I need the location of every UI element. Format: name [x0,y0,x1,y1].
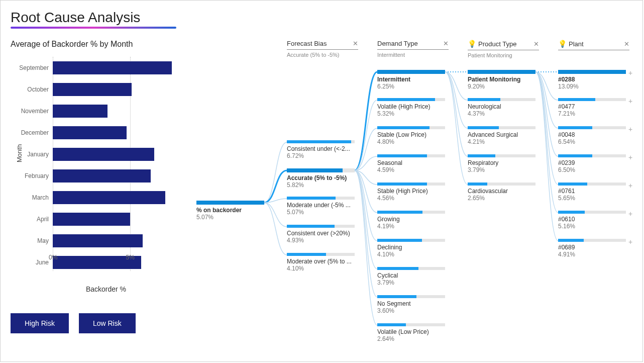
expand-plus-icon[interactable]: + [628,125,632,133]
decomp-column-header[interactable]: Forecast Bias✕ [287,40,358,50]
decomp-node-label: Patient Monitoring [468,76,535,83]
lightbulb-icon: 💡 [468,40,476,48]
decomp-node[interactable]: #00486.54% [558,126,626,145]
expand-plus-icon[interactable]: + [628,153,632,161]
decomp-node[interactable]: Patient Monitoring9.20% [468,70,535,90]
decomp-node-pct: 9.20% [468,83,535,90]
decomp-node[interactable]: Moderate under (-5% ...5.07% [287,197,355,216]
decomp-node[interactable]: Consistent over (>20%)4.93% [287,225,355,244]
x-axis-label: Backorder % [31,285,181,293]
decomp-node[interactable]: Intermittent6.25% [377,70,445,90]
bar-category-label: April [18,216,53,223]
decomp-node-pct: 5.16% [558,223,626,230]
decomp-node[interactable]: Neurological4.37% [468,98,535,117]
expand-plus-icon[interactable]: + [628,97,632,105]
expand-plus-icon[interactable]: + [628,238,632,246]
decomp-node-label: Cardiovascular [468,188,535,195]
decomp-node-pct: 5.65% [558,195,626,202]
expand-plus-icon[interactable]: + [628,210,632,218]
decomp-node-pct: 7.21% [558,110,626,117]
bar-fill [53,213,130,226]
decomp-node[interactable]: Declining4.10% [377,239,445,258]
decomp-node-pct: 4.80% [377,138,445,145]
decomp-node-pct: 6.50% [558,166,626,173]
close-icon[interactable]: ✕ [443,40,449,47]
decomp-node-label: Respiratory [468,159,535,166]
decomp-node-label: Consistent over (>20%) [287,230,355,237]
bar-fill [53,105,108,118]
low-risk-button[interactable]: Low Risk [79,313,136,333]
decomp-node[interactable]: Seasonal4.59% [377,154,445,173]
decomp-node[interactable]: #06894.91% [558,239,626,258]
decomp-node-pct: 3.60% [377,307,445,314]
title-underline [11,27,176,29]
decomp-node[interactable]: #07615.65% [558,183,626,202]
decomp-node-pct: 4.21% [468,138,535,145]
decomp-node[interactable]: #02396.50% [558,154,626,173]
close-icon[interactable]: ✕ [353,40,358,47]
decomp-node-pct: 4.19% [377,223,445,230]
decomp-node[interactable]: % on backorder5.07% [196,201,264,221]
bar-row: October [53,79,181,100]
bar-fill [53,234,143,247]
bar-chart-title: Average of Backorder % by Month [11,40,181,49]
decomp-column-header[interactable]: Demand Type✕ [377,40,449,50]
decomp-column-subtitle: Accurate (5% to -5%) [287,52,358,58]
decomp-node[interactable]: Accurate (5% to -5%)5.82% [287,168,355,189]
bar-fill [53,148,154,161]
decomp-node-pct: 6.25% [377,83,445,90]
bar-row: January [53,144,181,164]
decomp-node-label: Stable (Low Price) [377,131,445,138]
decomp-node[interactable]: Growing4.19% [377,211,445,230]
decomp-node-pct: 6.54% [558,138,626,145]
decomp-node-label: Advanced Surgical [468,131,535,138]
decomp-node-label: Volatile (High Price) [377,103,445,110]
decomp-node[interactable]: Advanced Surgical4.21% [468,126,535,145]
decomp-column-header[interactable]: 💡Product Type✕ [468,40,539,50]
decomp-node[interactable]: Respiratory3.79% [468,154,535,173]
bar-row: February [53,166,181,186]
bar-row: November [53,101,181,121]
decomp-column-name: Forecast Bias [287,40,327,47]
decomp-node-pct: 5.32% [377,110,445,117]
decomp-node-pct: 6.72% [287,152,355,159]
decomp-column-subtitle: Patient Monitoring [468,52,539,58]
bar-fill [53,83,132,96]
decomp-column-name: Plant [569,40,584,48]
decomp-column-header[interactable]: 💡Plant✕ [558,40,629,50]
decomp-node-label: No Segment [377,300,445,307]
decomp-node-label: % on backorder [196,207,264,214]
expand-plus-icon[interactable]: + [628,182,632,190]
close-icon[interactable]: ✕ [624,40,629,48]
decomp-node-pct: 13.09% [558,83,626,90]
close-icon[interactable]: ✕ [533,40,539,48]
decomp-node-label: Seasonal [377,159,445,166]
decomp-node[interactable]: #028813.09% [558,70,626,90]
bar-category-label: May [18,237,53,244]
high-risk-button[interactable]: High Risk [11,313,69,333]
decomp-node[interactable]: Consistent under (<-2...6.72% [287,140,355,159]
decomp-node[interactable]: Volatile (Low Price)2.64% [377,323,445,342]
expand-plus-icon[interactable]: + [628,69,632,77]
decomp-node-label: #0477 [558,103,626,110]
bar-fill [53,169,151,183]
decomp-node-pct: 2.64% [377,335,445,342]
decomp-node[interactable]: Stable (High Price)4.56% [377,183,445,202]
decomp-node[interactable]: #06105.16% [558,211,626,230]
bar-fill [53,61,172,74]
decomp-node-pct: 5.07% [196,214,264,221]
decomp-node[interactable]: Stable (Low Price)4.80% [377,126,445,145]
decomp-node[interactable]: Cardiovascular2.65% [468,183,535,202]
decomp-node[interactable]: #04777.21% [558,98,626,117]
bar-row: April [53,209,181,229]
decomp-node-label: Cyclical [377,272,445,279]
decomp-node[interactable]: Moderate over (5% to ...4.10% [287,253,355,272]
decomp-node[interactable]: No Segment3.60% [377,295,445,314]
decomp-node[interactable]: Cyclical3.79% [377,267,445,286]
bar-category-label: September [18,64,53,71]
bar-row: December [53,123,181,143]
decomp-node-pct: 3.79% [468,166,535,173]
bar-fill [53,191,165,204]
decomp-node-label: #0610 [558,216,626,223]
decomp-node[interactable]: Volatile (High Price)5.32% [377,98,445,117]
